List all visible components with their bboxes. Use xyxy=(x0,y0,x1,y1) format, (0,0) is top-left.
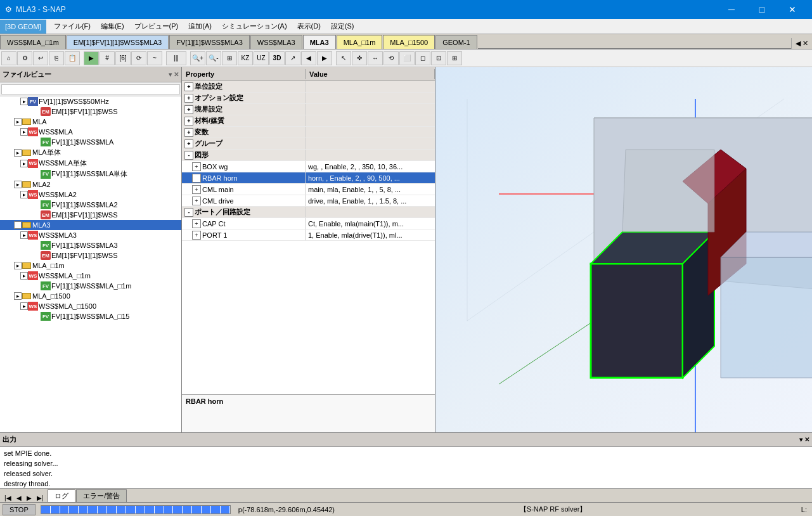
prop-expand-icon[interactable]: + xyxy=(192,174,201,183)
expand-icon[interactable]: ▸ xyxy=(14,221,22,229)
menu-simulation[interactable]: シミュレーション(A) xyxy=(217,20,292,32)
expand-icon[interactable]: ▸ xyxy=(20,302,28,310)
tree-item[interactable]: ▸MLA_□1m xyxy=(0,261,181,271)
prop-expand-icon[interactable]: + xyxy=(192,185,201,194)
toolbar-b2[interactable]: ⟳ xyxy=(131,51,146,65)
prop-item[interactable]: + CML drivedrive, mla, Enable, 1, , 1.5,… xyxy=(182,195,435,207)
tab-fv-wss-mla3[interactable]: FV[1][1]$WSS$MLA3 xyxy=(169,35,250,49)
output-controls[interactable]: ▾ ✕ xyxy=(799,436,809,443)
tab-mla-1500[interactable]: MLA_□1500 xyxy=(383,35,435,49)
left-panel-controls[interactable]: ▾ ✕ xyxy=(169,71,179,78)
toolbar-b7[interactable]: ▶ xyxy=(317,51,332,65)
prop-expand-icon[interactable]: + xyxy=(192,197,201,205)
prop-item[interactable]: + 変数 xyxy=(182,127,435,138)
prop-item[interactable]: + PORT 11, Enable, mla(drive(T1)), ml... xyxy=(182,229,435,241)
expand-icon[interactable]: ▸ xyxy=(20,272,28,280)
toolbar-3d[interactable]: 3D xyxy=(269,51,285,65)
menu-file[interactable]: ファイル(F) xyxy=(49,20,96,32)
tree-item[interactable]: ▸WSWSS$MLA2 xyxy=(0,190,181,200)
toolbar-cursor[interactable]: ↖ xyxy=(336,51,351,65)
toolbar-zoom-in[interactable]: 🔍+ xyxy=(190,51,205,65)
prop-item[interactable]: + 単位設定 xyxy=(182,81,435,93)
menu-view[interactable]: 表示(D) xyxy=(292,20,326,32)
menu-settings[interactable]: 設定(S) xyxy=(326,20,359,32)
tree-item[interactable]: ▸WSWSS$MLA_□1500 xyxy=(0,301,181,311)
nav-next[interactable]: ▶ xyxy=(25,494,34,502)
minimize-button[interactable]: ─ xyxy=(717,0,746,19)
prop-expand-icon[interactable]: + xyxy=(184,94,193,103)
prop-item[interactable]: + オプション設定 xyxy=(182,93,435,104)
toolbar-b12[interactable]: ◻ xyxy=(415,51,430,65)
prop-expand-icon[interactable]: + xyxy=(192,219,201,228)
expand-icon[interactable]: ▸ xyxy=(14,292,22,300)
output-tab-log[interactable]: ログ xyxy=(48,489,75,502)
toolbar-b3[interactable]: ~ xyxy=(147,51,162,65)
toolbar-b14[interactable]: ⊞ xyxy=(447,51,462,65)
prop-expand-icon[interactable]: - xyxy=(184,208,193,217)
toolbar-b10[interactable]: ⟲ xyxy=(383,51,399,65)
toolbar-b6[interactable]: ◀ xyxy=(301,51,316,65)
expand-icon[interactable]: ▸ xyxy=(14,262,22,269)
tab-mla-1m[interactable]: MLA_□1m xyxy=(337,35,383,49)
nav-prev-prev[interactable]: |◀ xyxy=(3,494,13,502)
tree-item[interactable]: ▸MLA3 xyxy=(0,220,181,230)
tree-item[interactable]: EMEM[1]$FV[1][1]$WSS xyxy=(0,250,181,261)
tree-item[interactable]: EMEM[1]$FV[1][1]$WSS xyxy=(0,106,181,117)
prop-item[interactable]: + 材料/媒質 xyxy=(182,115,435,127)
prop-item[interactable]: + RBAR hornhorn, , Enable, 2, , 90, 500,… xyxy=(182,172,435,184)
maximize-button[interactable]: □ xyxy=(747,0,777,19)
prop-expand-icon[interactable]: + xyxy=(184,82,193,91)
prop-expand-icon[interactable]: + xyxy=(184,139,193,148)
menu-preview[interactable]: プレビュー(P) xyxy=(129,20,184,32)
tree-item[interactable]: ▸WSWSS$MLA単体 xyxy=(0,158,181,169)
tree-item[interactable]: ▸MLA xyxy=(0,117,181,127)
prop-expand-icon[interactable]: + xyxy=(192,231,201,240)
expand-icon[interactable]: ▸ xyxy=(14,118,22,126)
nav-next-next[interactable]: ▶| xyxy=(35,494,46,502)
toolbar-b13[interactable]: ⊡ xyxy=(431,51,446,65)
toolbar-settings[interactable]: ⚙ xyxy=(17,51,32,65)
tree-item[interactable]: ▸MLA_□1500 xyxy=(0,291,181,301)
menu-add[interactable]: 追加(A) xyxy=(183,20,217,32)
tree-item[interactable]: ▸MLA単体 xyxy=(0,147,181,158)
toolbar-paste[interactable]: 📋 xyxy=(65,51,80,65)
toolbar-kz[interactable]: KZ xyxy=(238,51,253,65)
tree-item[interactable]: FVFV[1][1]$WSS$MLA_□1m xyxy=(0,281,181,291)
prop-expand-icon[interactable]: - xyxy=(184,151,193,160)
tab-mla3[interactable]: MLA3 xyxy=(303,35,336,49)
menu-edit[interactable]: 編集(E) xyxy=(96,20,129,32)
toolbar-step[interactable]: # xyxy=(100,51,115,65)
toolbar-b9[interactable]: ↔ xyxy=(368,51,383,65)
tree-item[interactable]: FVFV[1][1]$WSS$MLA_□15 xyxy=(0,311,181,321)
nav-prev[interactable]: ◀ xyxy=(15,494,23,502)
tree-item[interactable]: ▸WSWSS$MLA xyxy=(0,127,181,137)
expand-icon[interactable]: ▸ xyxy=(20,128,28,136)
prop-item[interactable]: + 境界設定 xyxy=(182,104,435,115)
tree-item[interactable]: FVFV[1][1]$WSS$MLA3 xyxy=(0,240,181,250)
expand-icon[interactable]: ▸ xyxy=(20,191,28,198)
tree-item[interactable]: ▸FVFV[1][1]$WSS$50MHz xyxy=(0,96,181,106)
prop-expand-icon[interactable]: + xyxy=(184,128,193,137)
toolbar-fit[interactable]: ⊞ xyxy=(222,51,237,65)
toolbar-b11[interactable]: ⬜ xyxy=(399,51,415,65)
tab-pin-button[interactable]: ◀ ✕ xyxy=(791,38,812,49)
toolbar-copy[interactable]: ⎘ xyxy=(49,51,64,65)
prop-expand-icon[interactable]: + xyxy=(184,105,193,114)
toolbar-b1[interactable]: [6] xyxy=(115,51,131,65)
3d-view-panel[interactable] xyxy=(435,67,812,432)
expand-icon[interactable]: ▸ xyxy=(14,181,22,188)
prop-item[interactable]: + BOX wgwg, , Enable, 2, , 350, 10, 36..… xyxy=(182,161,435,172)
tab-wss-mla-1m[interactable]: WSS$MLA_□1m xyxy=(0,35,66,49)
prop-item[interactable]: - ポート／回路設定 xyxy=(182,207,435,218)
expand-icon[interactable]: ▸ xyxy=(14,149,22,157)
close-button[interactable]: ✕ xyxy=(778,0,807,19)
tree-item[interactable]: FVFV[1][1]$WSS$MLA xyxy=(0,137,181,147)
prop-item[interactable]: + CAP CtCt, Enable, mla(main(T1)), m... xyxy=(182,218,435,229)
tree-item[interactable]: ▸MLA2 xyxy=(0,179,181,190)
tree-item[interactable]: FVFV[1][1]$WSS$MLA2 xyxy=(0,200,181,210)
toolbar-undo[interactable]: ↩ xyxy=(33,51,48,65)
tab-geom1[interactable]: GEOM-1 xyxy=(435,35,477,49)
toolbar-uz[interactable]: UZ xyxy=(254,51,269,65)
toolbar-b8[interactable]: ✜ xyxy=(352,51,367,65)
search-input[interactable] xyxy=(1,84,180,94)
